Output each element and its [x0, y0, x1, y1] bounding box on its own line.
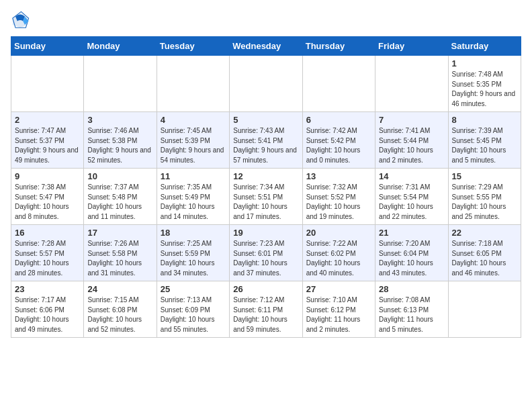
calendar-day-cell: 15Sunrise: 7:29 AM Sunset: 5:55 PM Dayli… — [448, 169, 521, 225]
day-info: Sunrise: 7:18 AM Sunset: 6:05 PM Dayligh… — [452, 239, 517, 278]
day-number: 3 — [87, 115, 152, 125]
calendar-day-cell: 27Sunrise: 7:10 AM Sunset: 6:12 PM Dayli… — [302, 281, 375, 338]
calendar-day-cell: 2Sunrise: 7:47 AM Sunset: 5:37 PM Daylig… — [11, 112, 84, 169]
day-info: Sunrise: 7:39 AM Sunset: 5:45 PM Dayligh… — [452, 126, 517, 165]
day-number: 24 — [87, 284, 152, 294]
calendar-day-cell: 16Sunrise: 7:28 AM Sunset: 5:57 PM Dayli… — [11, 225, 84, 281]
calendar-day-cell: 4Sunrise: 7:45 AM Sunset: 5:39 PM Daylig… — [157, 112, 229, 169]
calendar-header-row: SundayMondayTuesdayWednesdayThursdayFrid… — [11, 37, 521, 56]
day-info: Sunrise: 7:41 AM Sunset: 5:44 PM Dayligh… — [379, 126, 444, 165]
weekday-header: Sunday — [11, 37, 84, 56]
logo — [11, 11, 32, 30]
day-number: 21 — [379, 228, 444, 238]
calendar-day-cell: 14Sunrise: 7:31 AM Sunset: 5:54 PM Dayli… — [375, 169, 448, 225]
logo-icon — [11, 11, 30, 30]
calendar-day-cell: 18Sunrise: 7:25 AM Sunset: 5:59 PM Dayli… — [157, 225, 229, 281]
calendar-day-cell: 21Sunrise: 7:20 AM Sunset: 6:04 PM Dayli… — [375, 225, 448, 281]
calendar-day-cell — [230, 56, 302, 112]
calendar-day-cell: 19Sunrise: 7:23 AM Sunset: 6:01 PM Dayli… — [230, 225, 302, 281]
day-info: Sunrise: 7:17 AM Sunset: 6:06 PM Dayligh… — [15, 295, 80, 334]
calendar-day-cell: 22Sunrise: 7:18 AM Sunset: 6:05 PM Dayli… — [448, 225, 521, 281]
day-number: 25 — [161, 284, 226, 294]
day-info: Sunrise: 7:13 AM Sunset: 6:09 PM Dayligh… — [161, 295, 226, 334]
day-info: Sunrise: 7:22 AM Sunset: 6:02 PM Dayligh… — [306, 239, 371, 278]
calendar-week-row: 9Sunrise: 7:38 AM Sunset: 5:47 PM Daylig… — [11, 169, 521, 225]
weekday-header: Friday — [375, 37, 448, 56]
day-number: 18 — [161, 228, 226, 238]
calendar-week-row: 2Sunrise: 7:47 AM Sunset: 5:37 PM Daylig… — [11, 112, 521, 169]
day-info: Sunrise: 7:12 AM Sunset: 6:11 PM Dayligh… — [233, 295, 298, 334]
calendar-week-row: 16Sunrise: 7:28 AM Sunset: 5:57 PM Dayli… — [11, 225, 521, 281]
day-info: Sunrise: 7:29 AM Sunset: 5:55 PM Dayligh… — [452, 183, 517, 222]
day-number: 7 — [379, 115, 444, 125]
day-number: 14 — [379, 171, 444, 181]
calendar-day-cell: 8Sunrise: 7:39 AM Sunset: 5:45 PM Daylig… — [448, 112, 521, 169]
day-info: Sunrise: 7:35 AM Sunset: 5:49 PM Dayligh… — [161, 183, 226, 222]
day-number: 2 — [15, 115, 80, 125]
day-info: Sunrise: 7:23 AM Sunset: 6:01 PM Dayligh… — [233, 239, 298, 278]
calendar-day-cell: 9Sunrise: 7:38 AM Sunset: 5:47 PM Daylig… — [11, 169, 84, 225]
calendar-day-cell — [11, 56, 84, 112]
calendar-day-cell: 10Sunrise: 7:37 AM Sunset: 5:48 PM Dayli… — [84, 169, 157, 225]
calendar-day-cell: 25Sunrise: 7:13 AM Sunset: 6:09 PM Dayli… — [157, 281, 229, 338]
calendar-day-cell: 26Sunrise: 7:12 AM Sunset: 6:11 PM Dayli… — [230, 281, 302, 338]
calendar-day-cell: 23Sunrise: 7:17 AM Sunset: 6:06 PM Dayli… — [11, 281, 84, 338]
day-number: 1 — [452, 58, 517, 68]
day-info: Sunrise: 7:42 AM Sunset: 5:42 PM Dayligh… — [306, 126, 371, 165]
calendar-day-cell — [157, 56, 229, 112]
day-number: 19 — [233, 228, 298, 238]
calendar-day-cell: 5Sunrise: 7:43 AM Sunset: 5:41 PM Daylig… — [230, 112, 302, 169]
calendar-day-cell — [375, 56, 448, 112]
day-info: Sunrise: 7:10 AM Sunset: 6:12 PM Dayligh… — [306, 295, 371, 334]
day-number: 26 — [233, 284, 298, 294]
day-info: Sunrise: 7:15 AM Sunset: 6:08 PM Dayligh… — [87, 295, 152, 334]
day-number: 6 — [306, 115, 371, 125]
day-info: Sunrise: 7:48 AM Sunset: 5:35 PM Dayligh… — [452, 70, 517, 109]
calendar-day-cell: 7Sunrise: 7:41 AM Sunset: 5:44 PM Daylig… — [375, 112, 448, 169]
day-number: 20 — [306, 228, 371, 238]
calendar-day-cell — [84, 56, 157, 112]
day-info: Sunrise: 7:31 AM Sunset: 5:54 PM Dayligh… — [379, 183, 444, 222]
weekday-header: Thursday — [302, 37, 375, 56]
calendar-day-cell: 20Sunrise: 7:22 AM Sunset: 6:02 PM Dayli… — [302, 225, 375, 281]
calendar-day-cell: 1Sunrise: 7:48 AM Sunset: 5:35 PM Daylig… — [448, 56, 521, 112]
calendar-day-cell — [448, 281, 521, 338]
calendar-day-cell — [302, 56, 375, 112]
weekday-header: Saturday — [448, 37, 521, 56]
calendar-day-cell: 28Sunrise: 7:08 AM Sunset: 6:13 PM Dayli… — [375, 281, 448, 338]
calendar-table: SundayMondayTuesdayWednesdayThursdayFrid… — [11, 36, 521, 338]
day-number: 22 — [452, 228, 517, 238]
calendar-day-cell: 11Sunrise: 7:35 AM Sunset: 5:49 PM Dayli… — [157, 169, 229, 225]
calendar-day-cell: 13Sunrise: 7:32 AM Sunset: 5:52 PM Dayli… — [302, 169, 375, 225]
day-info: Sunrise: 7:20 AM Sunset: 6:04 PM Dayligh… — [379, 239, 444, 278]
day-number: 17 — [87, 228, 152, 238]
calendar-week-row: 1Sunrise: 7:48 AM Sunset: 5:35 PM Daylig… — [11, 56, 521, 112]
day-number: 9 — [15, 171, 80, 181]
calendar-day-cell: 6Sunrise: 7:42 AM Sunset: 5:42 PM Daylig… — [302, 112, 375, 169]
day-number: 11 — [161, 171, 226, 181]
day-number: 16 — [15, 228, 80, 238]
day-number: 4 — [161, 115, 226, 125]
day-info: Sunrise: 7:26 AM Sunset: 5:58 PM Dayligh… — [87, 239, 152, 278]
day-number: 13 — [306, 171, 371, 181]
day-number: 8 — [452, 115, 517, 125]
day-info: Sunrise: 7:25 AM Sunset: 5:59 PM Dayligh… — [161, 239, 226, 278]
day-info: Sunrise: 7:46 AM Sunset: 5:38 PM Dayligh… — [87, 126, 152, 165]
day-number: 27 — [306, 284, 371, 294]
day-number: 15 — [452, 171, 517, 181]
calendar-day-cell: 12Sunrise: 7:34 AM Sunset: 5:51 PM Dayli… — [230, 169, 302, 225]
calendar-day-cell: 3Sunrise: 7:46 AM Sunset: 5:38 PM Daylig… — [84, 112, 157, 169]
day-info: Sunrise: 7:45 AM Sunset: 5:39 PM Dayligh… — [161, 126, 226, 165]
weekday-header: Wednesday — [230, 37, 302, 56]
day-number: 12 — [233, 171, 298, 181]
calendar-day-cell: 24Sunrise: 7:15 AM Sunset: 6:08 PM Dayli… — [84, 281, 157, 338]
day-info: Sunrise: 7:28 AM Sunset: 5:57 PM Dayligh… — [15, 239, 80, 278]
day-info: Sunrise: 7:47 AM Sunset: 5:37 PM Dayligh… — [15, 126, 80, 165]
day-number: 5 — [233, 115, 298, 125]
weekday-header: Monday — [84, 37, 157, 56]
calendar-week-row: 23Sunrise: 7:17 AM Sunset: 6:06 PM Dayli… — [11, 281, 521, 338]
day-info: Sunrise: 7:43 AM Sunset: 5:41 PM Dayligh… — [233, 126, 298, 165]
day-info: Sunrise: 7:34 AM Sunset: 5:51 PM Dayligh… — [233, 183, 298, 222]
day-number: 10 — [87, 171, 152, 181]
day-number: 28 — [379, 284, 444, 294]
